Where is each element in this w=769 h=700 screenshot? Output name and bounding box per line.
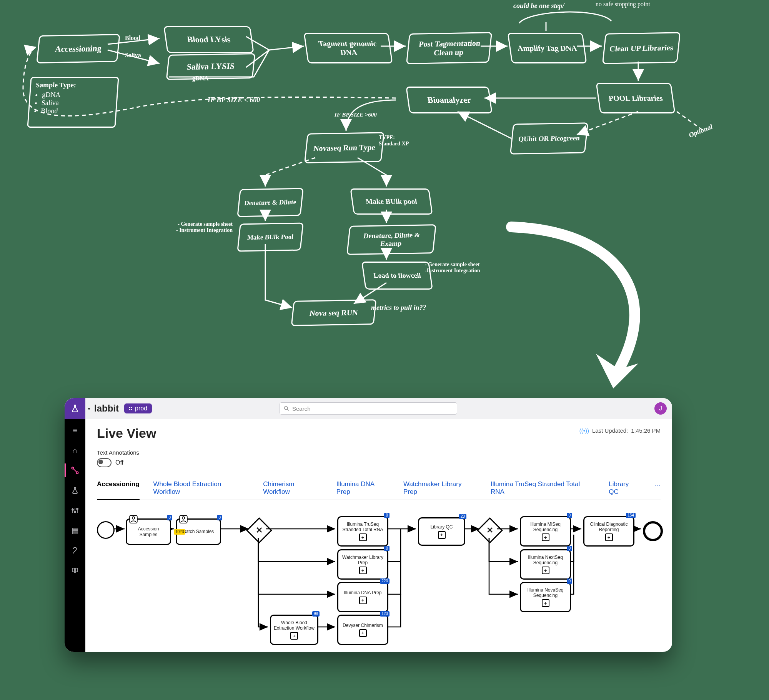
sample-gdna: gDNA — [42, 91, 112, 99]
badge: 0 — [384, 513, 389, 518]
search-input[interactable]: Search — [280, 402, 457, 415]
tab-libqc[interactable]: Library QC — [609, 480, 640, 496]
node-make-bulk-right: Make BUlk pool — [350, 188, 433, 215]
expand-icon[interactable]: + — [542, 599, 549, 607]
node-dde: Denature, Dilute & Examp — [346, 224, 436, 255]
badge: 0 — [567, 546, 572, 551]
sliders-icon[interactable] — [70, 505, 80, 516]
bpmn-truseq[interactable]: 0 Illumina TruSeq Stranded Total RNA + — [337, 516, 388, 547]
node-saliva-lysis: Saliva LYSIS — [166, 53, 256, 80]
bpmn-dnaprep[interactable]: 220 Illumina DNA Prep + — [337, 582, 388, 612]
svg-point-5 — [284, 406, 287, 409]
expand-icon[interactable]: + — [542, 567, 549, 574]
bpmn-miseq[interactable]: 0 Illumina MiSeq Sequencing + — [520, 516, 571, 547]
expand-icon[interactable]: + — [605, 533, 613, 541]
grid-icon — [129, 407, 133, 410]
tab-wholeblood[interactable]: Whole Blood Extraction Workflow — [153, 480, 250, 496]
label-typestd: TYPE: Standard XP — [379, 135, 413, 147]
bpmn-end[interactable] — [643, 521, 663, 541]
node-run: Nova seq RUN — [291, 299, 377, 326]
book-icon[interactable] — [70, 565, 80, 576]
big-arrow — [481, 215, 688, 408]
act-label: Library QC — [430, 524, 453, 530]
node-pool: POOL Libraries — [596, 83, 675, 113]
bpmn-devyser[interactable]: 123 Devyser Chimerism + — [337, 615, 388, 645]
gen2b: -Instrument Integration — [425, 268, 480, 273]
badge-alt: 1023 — [174, 529, 185, 535]
label-onestep: could be one step/ — [513, 2, 564, 10]
node-qubit: QUbit OR Picogreen — [510, 122, 588, 154]
svg-point-4 — [77, 508, 78, 510]
badge: 220 — [380, 578, 389, 584]
act-label: Whole Blood Extraction Workflow — [273, 620, 315, 631]
home-icon[interactable]: ⌂ — [70, 445, 80, 456]
bpmn-wholeblood[interactable]: 98 Whole Blood Extraction Workflow + — [270, 615, 318, 645]
node-amplify: Amplify Tag DNA — [507, 33, 587, 63]
act-label: Accession Samples — [129, 526, 168, 537]
expand-icon[interactable]: + — [359, 533, 367, 541]
bpmn-canvas[interactable]: 0 Accession Samples 0 1023 Batch Samples… — [97, 508, 661, 652]
search-icon — [284, 406, 289, 411]
expand-icon[interactable]: + — [359, 629, 367, 637]
label-blood: Blood — [125, 35, 140, 42]
badge: 98 — [312, 611, 320, 617]
page-body: Live View ((•)) Last Updated: 1:45:26 PM… — [85, 419, 672, 652]
node-denature-dilute: Denature & Dilute — [237, 188, 304, 217]
node-load: Load to flowcell — [361, 262, 433, 290]
tab-accessioning[interactable]: Accessioning — [97, 480, 140, 500]
storage-icon[interactable]: ▤ — [70, 525, 80, 536]
user-icon — [129, 515, 138, 523]
node-blood-lysis: Blood LYsis — [163, 26, 254, 53]
lab-icon[interactable] — [70, 545, 80, 556]
act-label: Batch Samples — [183, 529, 214, 534]
tab-truseq[interactable]: Illumina TruSeq Stranded Total RNA — [491, 480, 595, 496]
tab-more[interactable]: … — [654, 480, 661, 496]
bpmn-novaseq[interactable]: 0 Illumina NovaSeq Sequencing + — [520, 582, 571, 612]
act-label: Clinical Diagnostic Reporting — [587, 522, 631, 533]
node-cleanup: Clean UP Libraries — [602, 32, 681, 64]
avatar[interactable]: J — [654, 402, 667, 415]
env-pill[interactable]: prod — [124, 403, 152, 413]
badge: 0 — [567, 513, 572, 518]
expand-icon[interactable]: + — [359, 567, 367, 574]
workflow-icon[interactable] — [70, 465, 80, 476]
bpmn-nextseq[interactable]: 0 Illumina NextSeq Sequencing + — [520, 549, 571, 580]
gen1b: Instrument Integration — [179, 227, 233, 233]
bpmn-batch-samples[interactable]: 0 1023 Batch Samples — [176, 518, 221, 545]
act-label: Watchmaker Library Prep — [341, 555, 385, 566]
annotations-toggle[interactable]: Off — [97, 458, 123, 467]
flask-icon[interactable] — [70, 485, 80, 496]
expand-icon[interactable]: + — [359, 597, 367, 604]
app-icon[interactable] — [65, 398, 85, 419]
expand-icon[interactable]: + — [542, 533, 549, 541]
bpmn-start[interactable] — [97, 521, 115, 539]
bpmn-libqc[interactable]: 20 Library QC + — [418, 517, 465, 546]
tab-chimerism[interactable]: Chimerism Workflow — [263, 480, 323, 496]
expand-icon[interactable]: + — [290, 632, 298, 640]
menu-icon[interactable]: ≡ — [70, 425, 80, 436]
label-size-gt: IF BP SIZE >600 — [335, 112, 377, 118]
sample-type-title: Sample Type: — [35, 81, 113, 89]
svg-point-1 — [77, 472, 78, 474]
tab-dnaprep[interactable]: Illumina DNA Prep — [336, 480, 389, 496]
bpmn-accession-samples[interactable]: 0 Accession Samples — [126, 518, 171, 545]
badge: 0 — [217, 515, 222, 520]
expand-icon[interactable]: + — [438, 531, 446, 539]
tab-watchmaker[interactable]: Watchmaker Library Prep — [403, 480, 477, 496]
env-label: prod — [135, 405, 147, 412]
annotations-label: Text Annotations — [97, 449, 661, 456]
sample-type-box: Sample Type: gDNA Saliva Blood — [27, 77, 119, 128]
act-label: Illumina DNA Prep — [344, 590, 381, 595]
updated-label: Last Updated: — [592, 427, 628, 434]
top-bar: ▾ labbit prod Search J — [65, 398, 672, 419]
toggle-state: Off — [115, 459, 123, 466]
last-updated: ((•)) Last Updated: 1:45:26 PM — [579, 427, 661, 434]
node-tagment: Tagment genomic DNA — [303, 33, 393, 63]
bpmn-watchmaker[interactable]: 0 Watchmaker Library Prep + — [337, 549, 388, 580]
act-label: Illumina MiSeq Sequencing — [523, 522, 568, 533]
svg-point-0 — [72, 467, 74, 469]
chevron-down-icon[interactable]: ▾ — [88, 405, 90, 412]
node-make-bulk-left: Make BUlk Pool — [237, 223, 304, 252]
app-logo: labbit — [94, 403, 119, 414]
bpmn-reporting[interactable]: 154 Clinical Diagnostic Reporting + — [583, 516, 634, 547]
